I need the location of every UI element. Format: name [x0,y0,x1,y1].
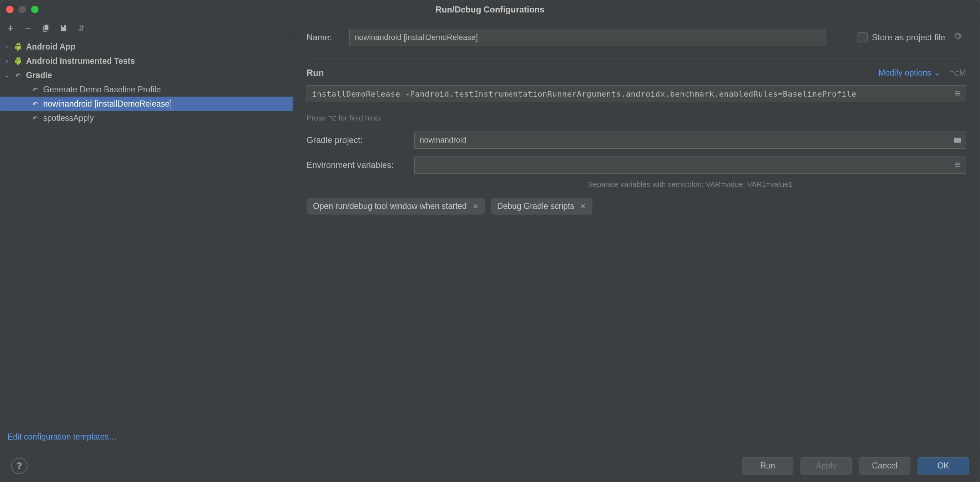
gradle-icon [13,71,23,79]
sort-config-icon[interactable] [77,23,87,33]
tree-item-android-instrumented[interactable]: › Android Instrumented Tests [0,54,293,68]
ok-button[interactable]: OK [918,457,969,474]
save-config-icon[interactable] [59,23,69,33]
main-panel: Name: Store as project file Run Modify o… [293,19,980,450]
chevron-down-icon: ⌄ [3,71,10,79]
sidebar: › Android App › Android Instrumented Tes… [0,19,293,450]
tree-item-gradle[interactable]: ⌄ Gradle [0,68,293,82]
chip-label: Debug Gradle scripts [497,201,574,211]
expand-field-icon[interactable] [953,89,963,99]
option-chips: Open run/debug tool window when started … [307,198,966,215]
sidebar-footer: Edit configuration templates… [0,423,293,450]
tree-item-android-app[interactable]: › Android App [0,40,293,54]
run-button[interactable]: Run [742,457,793,474]
cancel-button[interactable]: Cancel [859,457,910,474]
store-label: Store as project file [872,32,945,43]
chip-remove-icon[interactable]: ✕ [580,202,586,211]
gradle-project-label: Gradle project: [307,135,414,145]
name-row: Name: Store as project file [307,29,966,46]
tree-label: nowinandroid [installDemoRelease] [43,99,172,109]
tree-item-install-demo[interactable]: nowinandroid [installDemoRelease] [0,97,293,111]
minimize-window-button[interactable] [19,6,26,13]
chip-label: Open run/debug tool window when started [313,201,467,211]
chip-remove-icon[interactable]: ✕ [473,202,479,211]
gradle-project-row: Gradle project: [307,132,966,149]
gradle-task-icon [30,100,40,108]
dialog-window: Run/Debug Configurations [0,0,980,482]
gradle-task-icon [30,85,40,94]
close-window-button[interactable] [6,6,14,13]
expand-env-icon[interactable] [953,160,963,170]
gradle-task-icon [30,114,40,122]
tree-label: Android App [26,42,75,52]
env-vars-row: Environment variables: [307,157,966,174]
add-config-icon[interactable] [5,23,15,33]
help-button[interactable]: ? [11,458,27,474]
dialog-title: Run/Debug Configurations [435,5,544,14]
chip-debug-gradle[interactable]: Debug Gradle scripts ✕ [491,198,592,215]
run-args-row [307,85,966,102]
modify-options-link[interactable]: Modify options ⌄ [878,68,940,78]
dialog-body: › Android App › Android Instrumented Tes… [0,19,980,450]
copy-config-icon[interactable] [41,23,51,33]
sidebar-toolbar [0,19,293,37]
args-hint: Press ⌥ for field hints [307,114,966,122]
zoom-window-button[interactable] [31,6,38,13]
tree-label: Generate Demo Baseline Profile [43,85,161,95]
env-vars-input[interactable] [414,157,966,174]
checkbox-icon[interactable] [858,32,868,43]
tree-label: Android Instrumented Tests [26,56,135,66]
browse-folder-icon[interactable] [953,135,963,145]
name-label: Name: [307,32,349,43]
titlebar: Run/Debug Configurations [0,0,980,19]
config-tree[interactable]: › Android App › Android Instrumented Tes… [0,37,293,423]
modify-options[interactable]: Modify options ⌄ ⌥M [878,68,966,78]
gear-icon[interactable] [953,32,962,43]
tree-label: Gradle [26,71,52,80]
android-icon [13,43,23,51]
modify-options-shortcut: ⌥M [950,68,966,78]
chip-open-tool-window[interactable]: Open run/debug tool window when started … [307,198,485,215]
tree-item-generate-demo[interactable]: Generate Demo Baseline Profile [0,82,293,97]
remove-config-icon[interactable] [23,23,33,33]
gradle-project-input[interactable] [414,132,966,149]
run-section-header: Run Modify options ⌄ ⌥M [307,68,966,78]
divider [307,58,966,59]
chevron-right-icon: › [3,57,10,65]
env-vars-label: Environment variables: [307,160,414,170]
apply-button[interactable]: Apply [800,457,852,474]
window-controls [6,6,38,13]
store-as-project-file[interactable]: Store as project file [858,32,962,43]
name-input[interactable] [349,29,826,46]
run-arguments-input[interactable] [307,85,966,102]
dialog-footer: ? Run Apply Cancel OK [0,450,980,482]
android-test-icon [13,57,23,65]
chevron-right-icon: › [3,43,10,51]
tree-item-spotless[interactable]: spotlessApply [0,111,293,125]
run-section-title: Run [307,68,324,78]
tree-label: spotlessApply [43,113,94,123]
edit-templates-link[interactable]: Edit configuration templates… [8,432,117,441]
env-hint: Separate variables with semicolon: VAR=v… [414,180,966,189]
